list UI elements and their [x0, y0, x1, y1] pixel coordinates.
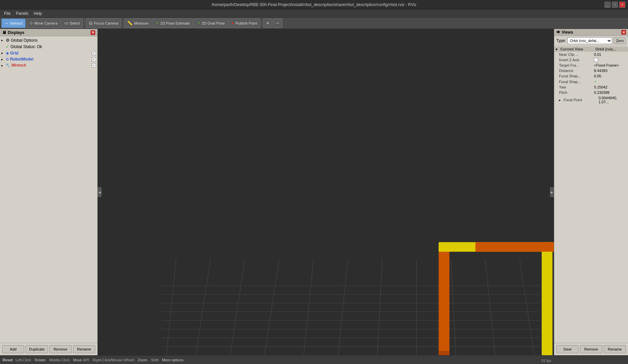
remove-view-button[interactable]: Remove — [580, 345, 602, 353]
wrench-icon: 🔧 — [6, 63, 10, 68]
svg-rect-24 — [476, 242, 554, 252]
select-icon: ▭ — [64, 21, 68, 26]
minimize-button[interactable]: _ — [604, 2, 610, 8]
invert-z-checkbox[interactable] — [594, 58, 598, 62]
target-frame-val: <Fixed Frame> — [594, 63, 619, 67]
distance-key: Distance — [559, 69, 593, 73]
focal-shap2-key: Focal Shap... — [559, 80, 593, 84]
right-click-label: Right-Click/Mouse Wheel: — [93, 358, 135, 362]
statusbar: Reset Left-Click: Rotate. Middle-Click: … — [0, 355, 628, 364]
3d-viewport[interactable]: ◀ ▶ — [98, 29, 554, 355]
zero-button[interactable]: Zero — [614, 37, 626, 44]
current-view-orbit-label: Orbit (rviz... — [595, 47, 616, 51]
grid-label: Grid — [10, 51, 19, 56]
main-layout: 🖥 Displays ✕ ▸ ⚙ Global Options ✓ Global… — [0, 29, 628, 355]
reset-button[interactable]: Reset — [3, 358, 13, 362]
displays-title-label: Displays — [8, 30, 24, 35]
views-tree: ▾ Current View Orbit (rviz... Near Clip … — [554, 46, 628, 343]
displays-close-button[interactable]: ✕ — [91, 30, 95, 35]
view-type-select[interactable]: Orbit (rviz_defat... — [567, 37, 612, 44]
focal-point-arrow: ▸ — [559, 98, 562, 102]
scene-canvas — [98, 29, 554, 355]
fps-display: 31 fps — [541, 359, 551, 363]
focal-shap2-val: ✓ — [594, 79, 597, 84]
robot-model-checkbox[interactable]: ✓ — [92, 57, 96, 61]
svg-rect-21 — [439, 247, 449, 355]
current-view-arrow: ▾ — [556, 47, 559, 51]
add-button[interactable]: Add — [2, 345, 24, 353]
close-button[interactable]: ✕ — [619, 2, 625, 8]
goal-pose-icon: ↗ — [197, 21, 200, 26]
move-camera-icon: ⊹ — [29, 21, 33, 26]
tree-item-global-status[interactable]: ✓ Global Status: Ok — [0, 43, 97, 50]
middle-click-value: Move X/Y. — [73, 358, 90, 362]
svg-rect-22 — [542, 242, 553, 355]
measure-button[interactable]: 📏 Measure — [124, 19, 151, 28]
current-view-key: Current View — [560, 47, 594, 51]
target-frame-key: Target Fra... — [559, 63, 593, 67]
measure-icon: 📏 — [127, 21, 133, 26]
global-options-label: Global Options — [11, 38, 37, 43]
rename-view-button[interactable]: Rename — [604, 345, 626, 353]
global-status-label: Global Status: Ok — [10, 44, 42, 49]
shift-value: More options. — [162, 358, 184, 362]
collapse-left-button[interactable]: ◀ — [98, 187, 102, 197]
rename-display-button[interactable]: Rename — [73, 345, 95, 353]
displays-panel-icon: 🖥 — [2, 30, 6, 35]
focus-camera-button[interactable]: ◎ Focus Camera — [86, 19, 121, 28]
move-camera-button[interactable]: ⊹ Move Camera — [26, 19, 61, 28]
separator-3 — [261, 19, 262, 27]
focal-point-row: ▸ Focal Point 0.0044945; 1.07... — [554, 95, 628, 105]
collapse-right-button[interactable]: ▶ — [550, 187, 554, 197]
menu-help[interactable]: Help — [31, 10, 45, 16]
displays-header: 🖥 Displays ✕ — [0, 29, 97, 36]
menu-file[interactable]: File — [1, 10, 13, 16]
views-header: 👁 Views ✕ — [554, 29, 628, 36]
focal-shap1-row: Focal Shap... 0.05 — [554, 73, 628, 79]
displays-panel: 🖥 Displays ✕ ▸ ⚙ Global Options ✓ Global… — [0, 29, 98, 355]
focal-shap2-row: Focal Shap... ✓ — [554, 79, 628, 84]
middle-click-label: Middle-Click: — [49, 358, 70, 362]
near-clip-row: Near Clip ... 0.01 — [554, 52, 628, 57]
goal-pose-button[interactable]: ↗ 2D Goal Pose — [194, 19, 228, 28]
select-button[interactable]: ▭ Select — [61, 19, 83, 28]
minus-button[interactable]: − — [273, 19, 282, 28]
global-options-icon: ⚙ — [6, 38, 10, 43]
grid-icon: ◈ — [6, 50, 9, 56]
tree-item-wrench[interactable]: ▸ 🔧 Wrench ✓ — [0, 62, 97, 68]
separator-1 — [84, 19, 84, 27]
separator-2 — [123, 19, 123, 27]
titlebar-buttons[interactable]: _ □ ✕ — [604, 2, 625, 8]
views-close-button[interactable]: ✕ — [621, 30, 626, 35]
menu-panels[interactable]: Panels — [13, 10, 31, 16]
publish-point-icon: ● — [232, 21, 234, 26]
tree-item-grid[interactable]: ▸ ◈ Grid ✓ — [0, 50, 97, 56]
robot-model-arrow: ▸ — [1, 58, 5, 61]
invert-z-key: Invert Z Axis — [559, 58, 593, 62]
save-view-button[interactable]: Save — [556, 345, 579, 353]
grid-arrow: ▸ — [1, 51, 5, 55]
global-options-arrow: ▸ — [1, 38, 5, 42]
plus-button[interactable]: + — [263, 19, 272, 28]
pose-estimate-button[interactable]: ↗ 2D Pose Estimate — [152, 19, 193, 28]
views-title-label: Views — [562, 30, 573, 35]
remove-display-button[interactable]: Remove — [49, 345, 72, 353]
interact-button[interactable]: ↔ Interact — [1, 19, 26, 28]
publish-point-button[interactable]: ● Publish Point — [229, 19, 260, 28]
global-status-icon: ✓ — [6, 44, 9, 49]
pitch-val: 0.230399 — [594, 90, 609, 95]
near-clip-val: 0.01 — [594, 52, 601, 57]
target-frame-row: Target Fra... <Fixed Frame> — [554, 63, 628, 68]
maximize-button[interactable]: □ — [612, 2, 618, 8]
focus-camera-icon: ◎ — [89, 21, 93, 26]
tree-item-robot-model[interactable]: ▸ ⚙ RobotModel ✓ — [0, 56, 97, 62]
views-icon: 👁 — [556, 30, 560, 35]
displays-tree: ▸ ⚙ Global Options ✓ Global Status: Ok ▸… — [0, 36, 97, 343]
tree-item-global-options[interactable]: ▸ ⚙ Global Options — [0, 37, 97, 43]
wrench-checkbox[interactable]: ✓ — [92, 63, 96, 67]
current-view-header[interactable]: ▾ Current View Orbit (rviz... — [554, 46, 628, 52]
displays-title-group: 🖥 Displays — [2, 30, 24, 35]
grid-checkbox[interactable]: ✓ — [92, 51, 96, 55]
duplicate-button[interactable]: Duplicate — [26, 345, 48, 353]
views-footer: Save Remove Rename — [554, 343, 628, 355]
